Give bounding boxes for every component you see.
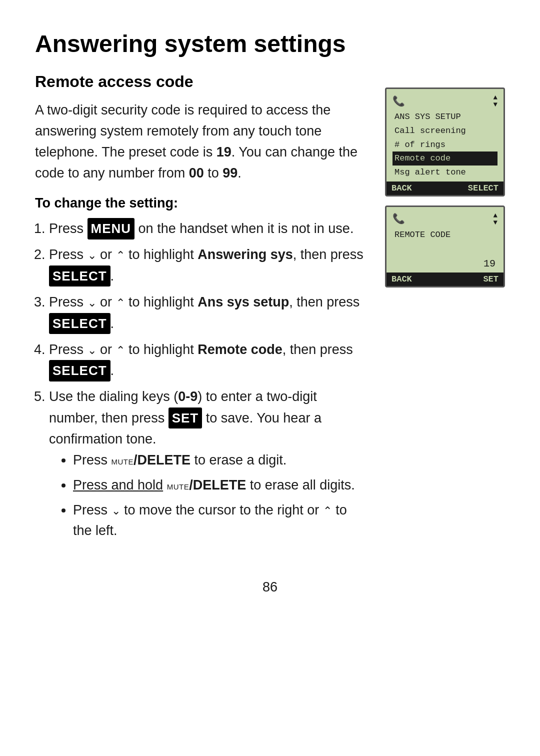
screens-area: 📞 ▲ ▼ ANS SYS SETUP Call screening # of … — [385, 88, 505, 288]
arrow-down-scroll: ▼ — [494, 101, 498, 108]
select-key-3: SELECT — [49, 360, 110, 381]
back-button-1: BACK — [392, 184, 412, 193]
menu-item-msg-alert: Msg alert tone — [392, 166, 498, 180]
back-button-2: BACK — [392, 274, 412, 284]
arrow-up-icon-3: ⌃ — [116, 342, 125, 359]
arrow-up-icon-2: ⌃ — [116, 294, 125, 312]
menu-item-ans-sys: ANS SYS SETUP — [392, 110, 498, 124]
arrow-down-scroll-2: ▼ — [494, 219, 498, 226]
arrow-up-scroll: ▲ — [494, 94, 498, 101]
bullet-2: Press and hold mute/DELETE to erase all … — [73, 475, 365, 496]
menu-item-remote-code: Remote code — [392, 152, 498, 166]
step-4: Press ⌄ or ⌃ to highlight Remote code, t… — [49, 340, 365, 382]
mute-delete-label: mute — [112, 454, 134, 467]
step-5: Use the dialing keys (0-9) to enter a tw… — [49, 386, 365, 542]
lcd-bottom-bar-1: BACK SELECT — [386, 182, 504, 195]
phone-icon: 📞 — [392, 95, 405, 108]
arrow-down-icon-4: ⌄ — [112, 502, 120, 520]
lcd-top-icons-1: 📞 ▲ ▼ — [392, 94, 498, 108]
subsection-heading: To change the setting: — [35, 196, 365, 211]
lcd-menu-items: ANS SYS SETUP Call screening # of rings … — [392, 110, 498, 180]
menu-item-call-screening: Call screening — [392, 124, 498, 138]
remote-code-value: 19 — [392, 257, 498, 270]
page-title: Answering system settings — [35, 30, 505, 58]
step-1: Press MENU on the handset when it is not… — [49, 218, 365, 240]
set-key: SET — [168, 408, 202, 428]
mute-delete-label-2: mute — [167, 480, 190, 492]
arrow-up-icon: ⌃ — [116, 247, 125, 264]
menu-item-rings: # of rings — [392, 138, 498, 152]
lcd-screen-1: 📞 ▲ ▼ ANS SYS SETUP Call screening # of … — [385, 88, 505, 196]
scroll-arrows-2: ▲ ▼ — [494, 212, 498, 226]
lcd-screen-2: 📞 ▲ ▼ REMOTE CODE 19 BACK SET — [385, 206, 505, 288]
step-3: Press ⌄ or ⌃ to highlight Ans sys setup,… — [49, 292, 365, 334]
step-2: Press ⌄ or ⌃ to highlight Answering sys,… — [49, 244, 365, 287]
intro-paragraph: A two-digit security code is required to… — [35, 100, 365, 184]
lcd-bottom-bar-2: BACK SET — [386, 272, 504, 286]
remote-code-title: REMOTE CODE — [392, 228, 498, 242]
page-number: 86 — [35, 580, 505, 595]
bullet-1: Press mute/DELETE to erase a digit. — [73, 450, 365, 471]
arrow-up-scroll-2: ▲ — [494, 212, 498, 219]
arrow-down-icon-2: ⌄ — [88, 294, 96, 312]
steps-list: Press MENU on the handset when it is not… — [49, 218, 365, 542]
select-key-2: SELECT — [49, 313, 110, 334]
arrow-down-icon: ⌄ — [88, 247, 96, 264]
arrow-up-icon-4: ⌃ — [323, 502, 332, 520]
select-key: SELECT — [49, 266, 110, 286]
scroll-arrows: ▲ ▼ — [494, 94, 498, 108]
bullet-list: Press mute/DELETE to erase a digit. Pres… — [73, 450, 365, 542]
bullet-3: Press ⌄ to move the cursor to the right … — [73, 500, 365, 542]
select-button-1: SELECT — [468, 184, 498, 193]
phone-icon-2: 📞 — [392, 212, 405, 225]
set-button-2: SET — [483, 274, 498, 284]
menu-key: MENU — [88, 218, 135, 239]
arrow-down-icon-3: ⌄ — [88, 342, 96, 359]
section-heading: Remote access code — [35, 72, 365, 91]
content-area: Remote access code A two-digit security … — [35, 72, 365, 550]
main-layout: Remote access code A two-digit security … — [35, 72, 505, 550]
lcd-top-icons-2: 📞 ▲ ▼ — [392, 212, 498, 226]
